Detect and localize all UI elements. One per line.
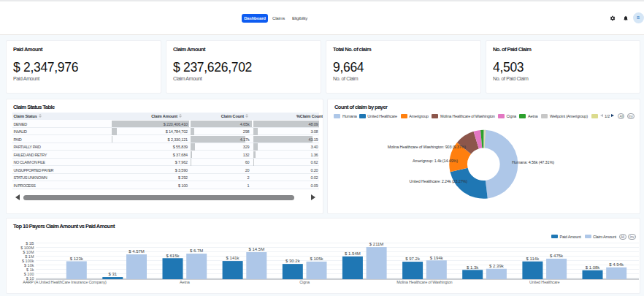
svg-text:$ 100: $ 100: [24, 272, 34, 276]
svg-text:Molina Healthcare of Washingto: Molina Healthcare of Washington: [396, 280, 452, 284]
svg-text:$ 1.54M: $ 1.54M: [345, 251, 361, 256]
svg-text:AARP (A United HealthCare Insu: AARP (A United HealthCare Insurance Comp…: [23, 280, 107, 284]
svg-text:United Healthcare: United Healthcare: [529, 280, 560, 284]
svg-text:$ 211M: $ 211M: [369, 242, 384, 246]
svg-text:$ 475k: $ 475k: [550, 254, 564, 258]
svg-text:$ 10M: $ 10M: [23, 250, 34, 254]
svg-text:$ 97.2k: $ 97.2k: [405, 257, 421, 261]
svg-text:$ 100M: $ 100M: [20, 246, 34, 250]
svg-text:$ 14.5M: $ 14.5M: [248, 247, 264, 251]
svg-text:Cigna: Cigna: [299, 280, 310, 284]
svg-text:$ 141k: $ 141k: [226, 256, 240, 260]
svg-text:$ 10k: $ 10k: [24, 263, 34, 267]
svg-text:$ 105k: $ 105k: [310, 257, 323, 261]
svg-text:Aetna: Aetna: [180, 280, 191, 284]
svg-text:$ 6.7M: $ 6.7M: [190, 248, 203, 253]
svg-text:$ 4.57M: $ 4.57M: [129, 249, 145, 254]
svg-text:$ 1.3k: $ 1.3k: [467, 265, 479, 270]
svg-text:$ 194k: $ 194k: [430, 256, 444, 260]
svg-text:$ 31: $ 31: [108, 272, 117, 276]
svg-text:Molina Healthcare of Washingto: Molina Healthcare of Washington: 903 (9.…: [388, 145, 467, 149]
svg-text:Amerigroup: 1.4k (14.49%): Amerigroup: 1.4k (14.49%): [413, 159, 458, 163]
svg-text:$ 615k: $ 615k: [166, 254, 180, 258]
svg-text:$ 1k: $ 1k: [26, 267, 34, 272]
svg-text:$ 4.94k: $ 4.94k: [609, 262, 624, 267]
svg-text:$ 30.2k: $ 30.2k: [285, 259, 301, 263]
svg-text:Humana: 4.56k (47.31%): Humana: 4.56k (47.31%): [512, 160, 554, 164]
svg-text:$ 100k: $ 100k: [22, 259, 34, 263]
svg-text:$ 123k: $ 123k: [70, 257, 84, 261]
svg-text:$ 1B: $ 1B: [26, 241, 34, 246]
svg-text:$ 1.08k: $ 1.08k: [586, 265, 601, 270]
svg-text:United Healthcare: 2.24k (23.2: United Healthcare: 2.24k (23.27%): [410, 179, 468, 183]
svg-text:$ 1M: $ 1M: [25, 254, 34, 259]
svg-text:$ 114k: $ 114k: [526, 257, 540, 261]
svg-text:$ 2.39k: $ 2.39k: [489, 264, 505, 268]
